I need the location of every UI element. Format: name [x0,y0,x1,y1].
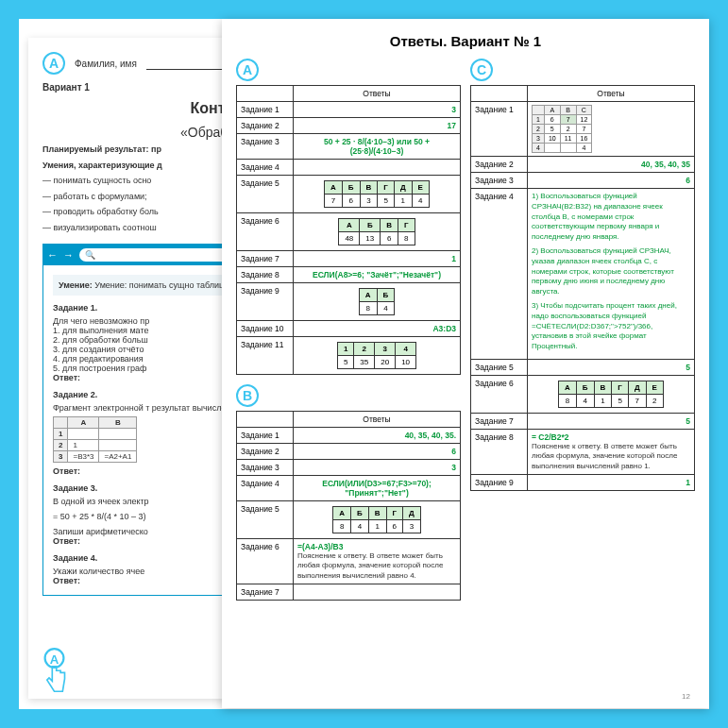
name-label: Фамилия, имя [75,59,137,69]
answers-table-c: ОтветыЗадание 1ABC167122527310111644Зада… [470,85,695,491]
cell: =A2+A1 [99,450,137,462]
answer-label: Ответ: [53,536,80,546]
answer-label: Ответ: [53,576,80,585]
cell: 1 [68,439,99,450]
skills-label: Умения, характеризующие д [42,161,162,170]
skill-text: Умение: понимать сущно таблицах. [94,280,235,290]
answer-label: Ответ: [53,466,80,476]
page-number: 12 [682,692,690,701]
column-c: C ОтветыЗадание 1ABC167122527310111644За… [470,59,695,601]
section-b-icon: B [236,384,259,407]
section-a-icon: A [236,59,259,81]
answer-label: Ответ: [53,373,80,382]
section-c-icon: C [470,59,493,81]
page-title: Ответы. Вариант № 1 [236,33,695,49]
variant-a-icon: A [42,52,65,75]
answers-table-b: ОтветыЗадание 140, 35, 40, 35.Задание 26… [236,411,461,601]
spreadsheet-mini: AB 1 21 3=B3*3=A2+A1 [53,416,137,463]
pointer-hand-icon: A [33,648,76,700]
column-a: A ОтветыЗадание 13Задание 217Задание 350… [236,59,461,601]
back-arrow-icon[interactable]: ← [47,249,58,261]
svg-text:A: A [50,652,59,667]
plan-label: Планируемый результат: пр [42,144,161,154]
forward-arrow-icon[interactable]: → [63,249,74,261]
answers-table-a: ОтветыЗадание 13Задание 217Задание 350 +… [236,85,461,375]
cell: =B3*3 [68,450,99,462]
answers-page: Ответы. Вариант № 1 A ОтветыЗадание 13За… [222,19,709,708]
